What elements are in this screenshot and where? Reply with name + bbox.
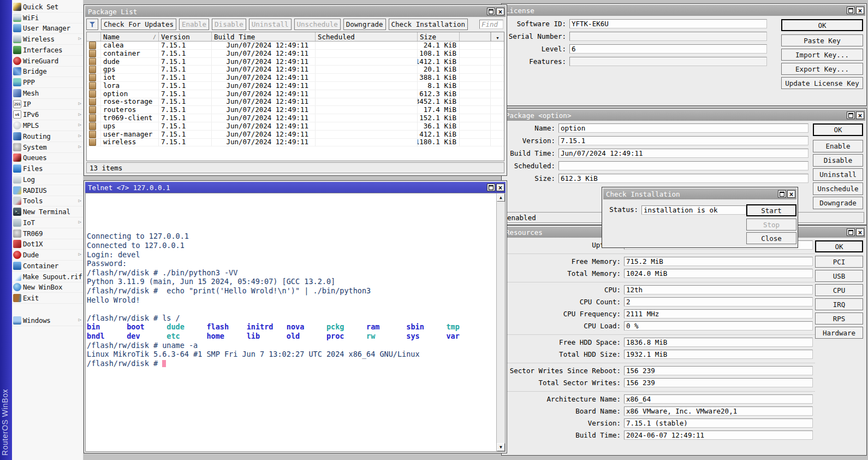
table-row[interactable]: calea 7.15.1 Jun/07/2024 12:49:11 24.1 K… xyxy=(87,42,504,50)
sidebar-item-tools[interactable]: Tools xyxy=(12,196,83,207)
terminal-output[interactable]: Connecting to 127.0.0.1Connected to 127.… xyxy=(86,193,496,451)
table-row[interactable]: iot 7.15.1 Jun/07/2024 12:49:11 388.1 Ki… xyxy=(87,74,504,82)
header-build-time[interactable]: Build Time xyxy=(212,32,316,41)
table-row[interactable]: tr069-client 7.15.1 Jun/07/2024 12:49:11… xyxy=(87,114,504,122)
check-installation-titlebar[interactable]: Check Installation xyxy=(603,188,796,199)
sidebar-item-make-supout-rif[interactable]: Make Supout.rif xyxy=(12,272,83,282)
close-button[interactable] xyxy=(787,190,795,198)
scroll-track[interactable] xyxy=(497,202,505,443)
pci-button[interactable]: PCI xyxy=(815,256,863,268)
export-key-button[interactable]: Export Key... xyxy=(781,63,863,75)
sidebar-item-wifi[interactable]: WiFi xyxy=(12,13,83,23)
ok-button[interactable]: OK xyxy=(813,123,863,136)
table-row[interactable]: wireless 7.15.1 Jun/07/2024 12:49:11 118… xyxy=(87,139,504,147)
text-field[interactable]: 1024.0 MiB xyxy=(624,269,813,278)
sidebar-item-mesh[interactable]: Mesh xyxy=(12,88,83,99)
sidebar-item-quick-set[interactable]: Quick Set xyxy=(12,2,83,13)
telnet-titlebar[interactable]: Telnet <7> 127.0.0.1 xyxy=(85,182,506,193)
cpu-button[interactable]: CPU xyxy=(815,284,863,296)
enable-button[interactable]: Enable xyxy=(813,140,863,152)
close-button[interactable] xyxy=(856,111,864,119)
sidebar-item-dot1x[interactable]: Dot1X xyxy=(12,239,83,250)
text-field[interactable]: 715.2 MiB xyxy=(624,257,813,266)
table-row[interactable]: lora 7.15.1 Jun/07/2024 12:49:11 8.1 KiB xyxy=(87,82,504,90)
package-list-titlebar[interactable]: Package List xyxy=(85,6,506,17)
table-row[interactable]: dude 7.15.1 Jun/07/2024 12:49:11 1412.1 … xyxy=(87,58,504,66)
unschedule-button[interactable]: Unschedule xyxy=(294,19,341,30)
text-field[interactable]: 2024-06-07 12:49:11 xyxy=(624,430,813,440)
import-key-button[interactable]: Import Key... xyxy=(781,49,863,61)
table-row[interactable]: ups 7.15.1 Jun/07/2024 12:49:11 36.1 KiB xyxy=(87,122,504,131)
text-field[interactable]: 156 239 xyxy=(624,366,813,375)
sidebar-item-bridge[interactable]: Bridge xyxy=(12,67,83,78)
maximize-button[interactable] xyxy=(487,8,495,15)
text-field[interactable]: 1836.8 MiB xyxy=(624,338,813,347)
header-icon-column[interactable] xyxy=(87,32,101,41)
text-field[interactable] xyxy=(558,161,808,170)
table-row[interactable]: user-manager 7.15.1 Jun/07/2024 12:49:11… xyxy=(87,131,504,139)
sidebar-item-radius[interactable]: RADIUS xyxy=(12,185,83,196)
sidebar-item-ipv6[interactable]: v6 IPv6 xyxy=(12,110,83,121)
maximize-button[interactable] xyxy=(487,184,495,191)
text-field[interactable]: option xyxy=(558,123,808,133)
text-field[interactable]: 0 % xyxy=(624,321,813,331)
paste-key-button[interactable]: Paste Key xyxy=(781,34,863,46)
column-select-button[interactable] xyxy=(491,32,504,41)
text-field[interactable]: 2111 MHz xyxy=(624,309,813,319)
scroll-up-icon[interactable]: ▲ xyxy=(497,193,505,202)
sidebar-item-wireless[interactable]: Wireless xyxy=(12,34,83,45)
text-field[interactable]: 612.3 KiB xyxy=(558,174,808,183)
table-row[interactable]: gps 7.15.1 Jun/07/2024 12:49:11 20.1 KiB xyxy=(87,66,504,74)
scrollbar[interactable]: ▲ ▼ xyxy=(496,193,505,451)
sidebar-item-system[interactable]: System xyxy=(12,142,83,153)
enable-button[interactable]: Enable xyxy=(179,19,209,30)
status-field[interactable]: installation is ok xyxy=(641,205,746,215)
rps-button[interactable]: RPS xyxy=(815,312,863,325)
maximize-button[interactable] xyxy=(847,7,855,14)
irq-button[interactable]: IRQ xyxy=(815,298,863,310)
table-row[interactable]: rose-storage 7.15.1 Jun/07/2024 12:49:11… xyxy=(87,98,504,107)
sidebar-item-wireguard[interactable]: WireGuard xyxy=(12,56,83,67)
license-titlebar[interactable]: License xyxy=(503,5,865,16)
sidebar-item-new-winbox[interactable]: New WinBox xyxy=(12,282,83,293)
ok-button[interactable]: OK xyxy=(815,240,863,252)
check-installation-button[interactable]: Check Installation xyxy=(389,19,468,30)
text-field[interactable]: 2 xyxy=(624,297,813,306)
sidebar-item-queues[interactable]: Queues xyxy=(12,153,83,164)
sidebar-item-windows[interactable]: Windows xyxy=(12,315,83,326)
table-row[interactable]: routeros 7.15.1 Jun/07/2024 12:49:11 17.… xyxy=(87,106,504,114)
text-field[interactable]: Jun/07/2024 12:49:11 xyxy=(558,149,808,158)
text-field[interactable]: x86 VMware, Inc. VMware20,1 xyxy=(624,406,813,416)
close-button[interactable] xyxy=(496,184,504,191)
uninstall-button[interactable]: Uninstall xyxy=(249,19,292,30)
table-row[interactable]: container 7.15.1 Jun/07/2024 12:49:11 10… xyxy=(87,50,504,58)
sidebar-item-log[interactable]: Log xyxy=(12,174,83,185)
text-field[interactable]: 156 239 xyxy=(624,378,813,387)
update-license-key-button[interactable]: Update License Key xyxy=(781,77,863,89)
maximize-button[interactable] xyxy=(847,111,855,119)
text-field[interactable] xyxy=(569,32,767,41)
text-field[interactable] xyxy=(569,57,767,66)
sidebar-item-iot[interactable]: IoT xyxy=(12,217,83,228)
stop-button[interactable]: Stop xyxy=(746,219,796,231)
header-name[interactable]: Name xyxy=(101,32,159,41)
text-field[interactable]: 1932.1 MiB xyxy=(624,350,813,359)
maximize-button[interactable] xyxy=(778,190,786,198)
header-scheduled[interactable]: Scheduled xyxy=(316,32,418,41)
table-row[interactable]: option 7.15.1 Jun/07/2024 12:49:11 612.3… xyxy=(87,90,504,98)
hardware-button[interactable]: Hardware xyxy=(815,327,863,339)
maximize-button[interactable] xyxy=(847,228,855,236)
text-field[interactable]: x86_64 xyxy=(624,394,813,404)
sidebar-item-ip[interactable]: 255 IP xyxy=(12,99,83,110)
sidebar-item-exit[interactable]: Exit xyxy=(12,293,83,304)
header-size[interactable]: Size xyxy=(418,32,460,41)
text-field[interactable]: YFTK-EK6U xyxy=(569,19,767,28)
sidebar-item-interfaces[interactable]: Interfaces xyxy=(12,45,83,56)
sidebar-item-ppp[interactable]: PPP xyxy=(12,77,83,88)
close-button[interactable] xyxy=(856,228,864,236)
disable-button[interactable]: Disable xyxy=(212,19,246,30)
sidebar-item-dude[interactable]: Dude xyxy=(12,250,83,261)
sidebar-item-mpls[interactable]: MPLS xyxy=(12,120,83,131)
sidebar-item-tr069[interactable]: TR069 xyxy=(12,228,83,239)
downgrade-button[interactable]: Downgrade xyxy=(343,19,386,30)
